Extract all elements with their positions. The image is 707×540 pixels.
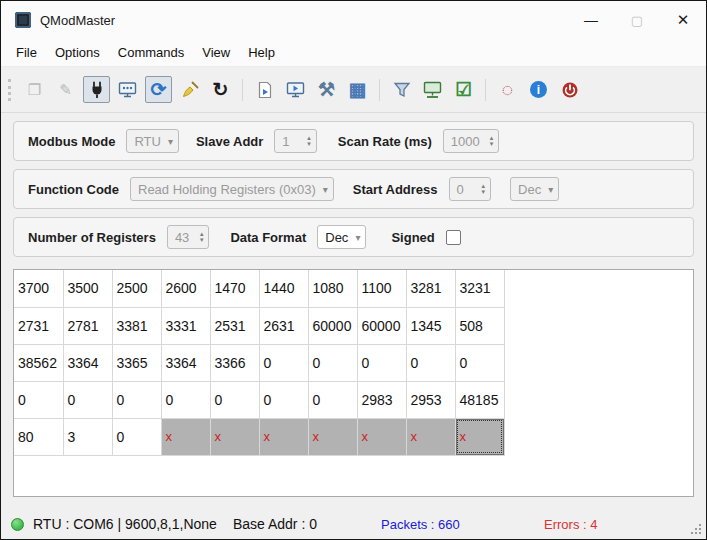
exit-icon[interactable] xyxy=(556,76,583,103)
clear-icon[interactable] xyxy=(176,76,203,103)
menu-commands[interactable]: Commands xyxy=(109,41,193,64)
register-cell[interactable]: 0 xyxy=(112,418,161,455)
menu-view[interactable]: View xyxy=(193,41,239,64)
options-check-icon[interactable]: ☑ xyxy=(450,76,477,103)
number-of-registers-value: 43 xyxy=(175,230,193,245)
qmodmaster-window: QModMaster — ▢ ✕ FileOptionsCommandsView… xyxy=(0,0,707,540)
filter-icon[interactable] xyxy=(388,76,415,103)
register-cell[interactable]: 0 xyxy=(357,344,406,381)
busy-indicator-icon[interactable]: ◌ xyxy=(494,76,521,103)
signed-checkbox[interactable] xyxy=(446,230,461,245)
function-code-group: Function Code Read Holding Registers (0x… xyxy=(13,169,694,209)
register-cell[interactable]: 0 xyxy=(14,381,63,418)
signed-label: Signed xyxy=(391,230,434,245)
register-cell[interactable]: 3364 xyxy=(63,344,112,381)
register-cell[interactable]: 3500 xyxy=(63,270,112,307)
register-cell[interactable]: x xyxy=(161,418,210,455)
register-cell[interactable]: 80 xyxy=(14,418,63,455)
register-cell[interactable]: 3331 xyxy=(161,307,210,344)
register-cell[interactable]: x xyxy=(406,418,455,455)
spinner-arrows-icon: ▴▾ xyxy=(482,183,486,195)
register-cell[interactable]: x xyxy=(210,418,259,455)
base-addr-text: Base Addr : 0 xyxy=(233,516,317,532)
register-cell[interactable]: 3281 xyxy=(406,270,455,307)
register-cell[interactable]: 38562 xyxy=(14,344,63,381)
register-cell[interactable]: 2500 xyxy=(112,270,161,307)
resize-grip[interactable] xyxy=(699,532,701,534)
start-address-base-value: Dec xyxy=(518,182,541,197)
register-cell[interactable]: 2983 xyxy=(357,381,406,418)
register-cell[interactable]: 3231 xyxy=(455,270,504,307)
register-cell[interactable]: 2600 xyxy=(161,270,210,307)
scan-loop-icon[interactable]: ⟳ xyxy=(145,76,172,103)
register-cell[interactable]: 1100 xyxy=(357,270,406,307)
data-format-select[interactable]: Dec ▾ xyxy=(317,225,366,249)
register-cell[interactable]: 3 xyxy=(63,418,112,455)
register-cell[interactable]: 60000 xyxy=(357,307,406,344)
spinner-arrows-icon: ▴▾ xyxy=(200,231,204,243)
register-cell[interactable]: 508 xyxy=(455,307,504,344)
register-cell[interactable]: 0 xyxy=(161,381,210,418)
register-cell[interactable]: 3700 xyxy=(14,270,63,307)
register-cell[interactable]: 2953 xyxy=(406,381,455,418)
register-cell[interactable]: 2631 xyxy=(259,307,308,344)
maximize-button: ▢ xyxy=(614,1,660,39)
minimize-button[interactable]: — xyxy=(568,1,614,39)
register-cell[interactable]: 0 xyxy=(112,381,161,418)
menu-help[interactable]: Help xyxy=(239,41,284,64)
data-format-label: Data Format xyxy=(230,230,306,245)
function-code-value: Read Holding Registers (0x03) xyxy=(138,182,316,197)
register-cell[interactable]: x xyxy=(259,418,308,455)
menu-options[interactable]: Options xyxy=(46,41,109,64)
serial-settings-icon[interactable] xyxy=(419,76,446,103)
table-row: 3700350025002600147014401080110032813231 xyxy=(14,270,504,307)
registers-table-icon[interactable]: ▦ xyxy=(344,76,371,103)
register-cell[interactable]: 1345 xyxy=(406,307,455,344)
register-cell[interactable]: 0 xyxy=(259,344,308,381)
register-cell[interactable]: 2781 xyxy=(63,307,112,344)
bus-monitor-icon[interactable] xyxy=(282,76,309,103)
toolbar-separator xyxy=(485,79,486,101)
register-cell[interactable]: 48185 xyxy=(455,381,504,418)
toolbar-drag-handle[interactable] xyxy=(8,79,11,101)
register-cell[interactable]: 2531 xyxy=(210,307,259,344)
info-icon[interactable]: i xyxy=(525,76,552,103)
errors-counter: Errors : 4 xyxy=(544,517,597,532)
function-code-select: Read Holding Registers (0x03) ▾ xyxy=(130,177,334,201)
scan-rate-label: Scan Rate (ms) xyxy=(338,134,432,149)
register-cell[interactable]: x xyxy=(308,418,357,455)
scan-rate-spinbox: 1000 ▴▾ xyxy=(443,129,500,153)
toolbar: ❐✎⟳↻⚒▦☑◌i xyxy=(1,67,706,113)
modbus-scan-icon[interactable] xyxy=(114,76,141,103)
reset-counters-icon[interactable]: ↻ xyxy=(207,76,234,103)
modbus-mode-group: Modbus Mode RTU ▾ Slave Addr 1 ▴▾ Scan R… xyxy=(13,121,694,161)
log-icon[interactable] xyxy=(251,76,278,103)
register-cell[interactable]: x xyxy=(357,418,406,455)
tools-icon[interactable]: ⚒ xyxy=(313,76,340,103)
register-cell[interactable]: 3365 xyxy=(112,344,161,381)
register-cell[interactable]: 0 xyxy=(210,381,259,418)
register-cell[interactable]: 1080 xyxy=(308,270,357,307)
register-cell[interactable]: 0 xyxy=(259,381,308,418)
close-button[interactable]: ✕ xyxy=(660,1,706,39)
register-cell[interactable]: 0 xyxy=(455,344,504,381)
register-cell[interactable]: x xyxy=(455,418,504,455)
register-cell[interactable]: 0 xyxy=(406,344,455,381)
menu-file[interactable]: File xyxy=(7,41,46,64)
register-cell[interactable]: 3381 xyxy=(112,307,161,344)
register-cell[interactable]: 1440 xyxy=(259,270,308,307)
register-cell[interactable]: 3364 xyxy=(161,344,210,381)
register-cell[interactable]: 0 xyxy=(63,381,112,418)
register-cell[interactable]: 60000 xyxy=(308,307,357,344)
register-cell[interactable]: 0 xyxy=(308,381,357,418)
start-address-value: 0 xyxy=(457,182,475,197)
window-controls: — ▢ ✕ xyxy=(568,1,706,39)
register-cell[interactable]: 2731 xyxy=(14,307,63,344)
register-cell[interactable]: 1470 xyxy=(210,270,259,307)
slave-addr-spinbox: 1 ▴▾ xyxy=(274,129,317,153)
registers-grid: 3700350025002600147014401080110032813231… xyxy=(14,270,505,456)
register-cell[interactable]: 3366 xyxy=(210,344,259,381)
modbus-mode-value: RTU xyxy=(134,134,160,149)
register-cell[interactable]: 0 xyxy=(308,344,357,381)
connect-icon[interactable] xyxy=(83,76,110,103)
